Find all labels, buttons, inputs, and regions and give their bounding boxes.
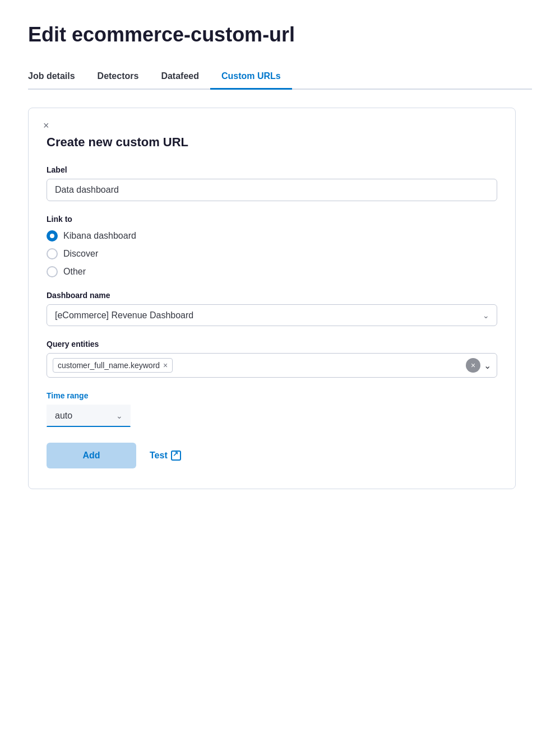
dashboard-name-group: Dashboard name [eCommerce] Revenue Dashb… xyxy=(47,291,497,326)
radio-other-label: Other xyxy=(63,267,86,277)
external-link-icon xyxy=(171,451,181,461)
dashboard-name-label: Dashboard name xyxy=(47,291,497,300)
radio-kibana-dashboard[interactable]: Kibana dashboard xyxy=(47,230,497,242)
radio-other-input[interactable] xyxy=(47,266,58,277)
label-field-group: Label xyxy=(47,165,497,201)
tabs-nav: Job details Detectors Datafeed Custom UR… xyxy=(28,64,532,90)
footer-actions: Add Test xyxy=(47,443,497,468)
tab-job-details[interactable]: Job details xyxy=(28,64,86,90)
radio-discover-label: Discover xyxy=(63,249,98,259)
link-to-group: Link to Kibana dashboard Discover Other xyxy=(47,215,497,277)
tags-clear-button[interactable]: × xyxy=(466,358,480,373)
page-title: Edit ecommerce-custom-url xyxy=(28,22,532,47)
form-title: Create new custom URL xyxy=(47,135,497,150)
tab-datafeed[interactable]: Datafeed xyxy=(150,64,210,90)
tags-clear-icon: × xyxy=(471,361,475,370)
link-to-radio-group: Kibana dashboard Discover Other xyxy=(47,230,497,277)
query-entities-input[interactable]: customer_full_name.keyword × × ⌄ xyxy=(47,353,497,378)
tab-custom-urls[interactable]: Custom URLs xyxy=(210,64,292,90)
radio-discover-input[interactable] xyxy=(47,248,58,259)
dashboard-name-select[interactable]: [eCommerce] Revenue Dashboard Other Dash… xyxy=(47,304,497,326)
label-field-label: Label xyxy=(47,165,497,174)
radio-kibana-dashboard-label: Kibana dashboard xyxy=(63,231,136,241)
create-custom-url-card: × Create new custom URL Label Link to Ki… xyxy=(28,108,516,489)
label-input[interactable] xyxy=(47,179,497,201)
tags-actions: × ⌄ xyxy=(466,358,491,373)
dashboard-name-select-wrapper: [eCommerce] Revenue Dashboard Other Dash… xyxy=(47,304,497,326)
time-range-group: Time range auto 1h 24h 7d 30d ⌄ xyxy=(47,391,497,427)
query-entity-tag: customer_full_name.keyword × xyxy=(53,358,173,373)
radio-kibana-dashboard-input[interactable] xyxy=(47,230,58,242)
query-entities-label: Query entities xyxy=(47,340,497,349)
query-entity-tag-remove[interactable]: × xyxy=(163,361,168,369)
tab-detectors[interactable]: Detectors xyxy=(86,64,150,90)
close-button[interactable]: × xyxy=(42,119,50,132)
time-range-label: Time range xyxy=(47,391,497,400)
tags-chevron-icon[interactable]: ⌄ xyxy=(484,360,491,371)
test-button-label: Test xyxy=(150,451,168,461)
time-range-select[interactable]: auto 1h 24h 7d 30d xyxy=(47,405,131,427)
time-range-select-wrapper: auto 1h 24h 7d 30d ⌄ xyxy=(47,405,131,427)
link-to-label: Link to xyxy=(47,215,497,224)
test-button[interactable]: Test xyxy=(150,451,181,461)
query-entity-tag-label: customer_full_name.keyword xyxy=(58,361,160,370)
query-entities-group: Query entities customer_full_name.keywor… xyxy=(47,340,497,378)
radio-discover[interactable]: Discover xyxy=(47,248,497,259)
add-button[interactable]: Add xyxy=(47,443,136,468)
radio-other[interactable]: Other xyxy=(47,266,497,277)
